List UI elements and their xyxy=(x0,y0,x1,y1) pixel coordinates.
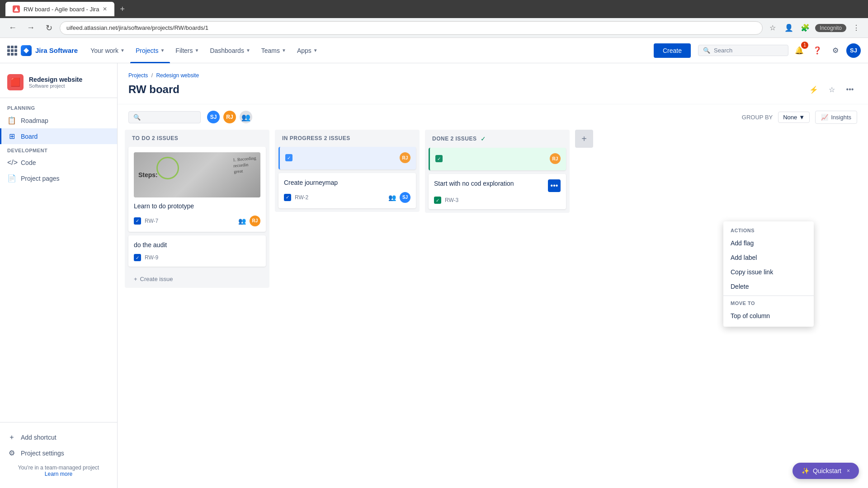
column-header-done: DONE 2 ISSUES ✓ xyxy=(425,130,570,148)
sidebar-item-add-shortcut[interactable]: + Add shortcut xyxy=(0,430,117,445)
card-image-rw7: Steps: 1. Recordingrecordingreat xyxy=(134,152,260,197)
team-notice-text: You're in a team-managed project xyxy=(18,465,99,471)
card-footer-rw9: ✓ RW-9 xyxy=(134,254,260,261)
breadcrumb-separator: / xyxy=(151,72,155,79)
teams-nav[interactable]: Teams ▼ xyxy=(256,38,292,63)
learn-more-link[interactable]: Learn more xyxy=(45,471,72,477)
profile-icon[interactable]: 👤 xyxy=(783,22,795,34)
jira-logo[interactable]: Jira Software xyxy=(7,45,78,56)
reload-btn[interactable]: ↻ xyxy=(42,21,56,35)
search-icon: 🔍 xyxy=(703,47,710,54)
team-notice: You're in a team-managed project Learn m… xyxy=(0,461,117,481)
column-todo: TO DO 2 ISSUES Steps: 1. Recordingrecord… xyxy=(125,130,269,288)
your-work-nav[interactable]: Your work ▼ xyxy=(85,38,130,63)
board-label: Board xyxy=(21,133,38,140)
sidebar-item-board[interactable]: ⊞ Board xyxy=(0,128,117,144)
create-issue-btn-todo[interactable]: + Create issue xyxy=(128,272,266,286)
more-nav-icon[interactable]: ⋮ xyxy=(850,22,863,34)
forward-btn[interactable]: → xyxy=(24,21,38,35)
browser-tab[interactable]: RW board - Agile board - Jira ✕ xyxy=(5,2,114,16)
column-body-todo: Steps: 1. Recordingrecordingreat Learn t… xyxy=(125,147,269,270)
roadmap-label: Roadmap xyxy=(21,117,48,124)
column-inprogress: IN PROGRESS 2 ISSUES ✓ RJ xyxy=(275,130,420,212)
card-rw2[interactable]: Create journeymap ✓ RW-2 👥 SJ xyxy=(278,173,416,208)
avatar-rj[interactable]: RJ xyxy=(222,110,237,124)
column-title-todo: TO DO 2 ISSUES xyxy=(132,135,178,141)
card-rw9[interactable]: do the audit ✓ RW-9 xyxy=(128,235,266,267)
top-of-column-item[interactable]: Top of column xyxy=(723,309,814,323)
board-toolbar: 🔍 SJ RJ 👥 GROUP BY None ▼ 📈 Insights xyxy=(118,104,868,130)
sidebar-item-project-pages[interactable]: 📄 Project pages xyxy=(0,170,117,186)
board-title: RW board xyxy=(128,83,179,96)
column-body-inprogress: ✓ RJ Create journeymap ✓ RW-2 xyxy=(275,147,420,212)
card-rw7[interactable]: Steps: 1. Recordingrecordingreat Learn t… xyxy=(128,147,266,232)
add-label-item[interactable]: Add label xyxy=(723,250,814,265)
apps-nav[interactable]: Apps ▼ xyxy=(292,38,323,63)
insights-btn[interactable]: 📈 Insights xyxy=(815,111,857,124)
add-column-btn[interactable]: + xyxy=(575,130,593,148)
group-select[interactable]: None ▼ xyxy=(778,112,810,123)
context-menu: ACTIONS Add flag Add label Copy issue li… xyxy=(723,221,814,327)
sidebar-bottom: + Add shortcut ⚙ Project settings You're… xyxy=(0,422,117,481)
insights-label: Insights xyxy=(831,114,851,121)
breadcrumb-projects[interactable]: Projects xyxy=(128,72,148,79)
help-btn[interactable]: ❓ xyxy=(810,43,825,58)
projects-nav[interactable]: Projects ▼ xyxy=(130,38,170,63)
development-section-label: DEVELOPMENT xyxy=(0,144,117,155)
search-box[interactable]: 🔍 Search xyxy=(698,45,788,56)
topnav-right: 🔍 Search 🔔 1 ❓ ⚙ SJ xyxy=(698,43,861,58)
bookmark-icon[interactable]: ☆ xyxy=(766,22,779,34)
card-rw3[interactable]: Start with no cod exploration ••• ✓ RW-3 xyxy=(429,174,566,209)
dashboards-nav[interactable]: Dashboards ▼ xyxy=(204,38,255,63)
card-done-top[interactable]: ✓ RJ xyxy=(429,148,566,170)
card-actions-rw2: 👥 xyxy=(388,194,396,201)
notifications-btn[interactable]: 🔔 1 xyxy=(792,43,807,58)
card-title-rw3: Start with no cod exploration xyxy=(434,179,514,188)
delete-item[interactable]: Delete xyxy=(723,279,814,294)
apps-grid-icon[interactable] xyxy=(7,46,17,56)
quickstart-sparkle-icon: ✨ xyxy=(802,467,809,474)
sidebar-item-code[interactable]: </> Code xyxy=(0,155,117,170)
tab-favicon xyxy=(13,5,20,13)
card-footer-ip-top: ✓ RJ xyxy=(285,152,410,163)
user-avatar[interactable]: SJ xyxy=(846,43,861,58)
card-more-btn-rw3[interactable]: ••• xyxy=(548,179,561,192)
new-tab-btn[interactable]: + xyxy=(120,5,125,14)
project-type: Software project xyxy=(29,83,82,89)
card-issue-rw2: RW-2 xyxy=(295,194,308,201)
column-title-done: DONE 2 ISSUES xyxy=(432,136,477,142)
board-title-actions: ⚡ ☆ ••• xyxy=(807,82,857,97)
address-bar[interactable]: uifeed.atlassian.net/jira/software/proje… xyxy=(60,21,763,35)
filters-nav[interactable]: Filters ▼ xyxy=(170,38,204,63)
pin-board-btn[interactable]: ⚡ xyxy=(807,82,821,97)
more-board-btn[interactable]: ••• xyxy=(843,82,857,97)
back-btn[interactable]: ← xyxy=(5,21,20,35)
ticket-icon-rw7: ✓ xyxy=(134,217,141,225)
quickstart-close-btn[interactable]: × xyxy=(847,468,850,474)
avatar-sj[interactable]: SJ xyxy=(206,110,221,124)
tab-close-btn[interactable]: ✕ xyxy=(103,6,107,12)
topnav: Jira Software Your work ▼ Projects ▼ Fil… xyxy=(0,38,868,63)
card-avatar-rw7: RJ xyxy=(250,216,260,226)
card-ip-top[interactable]: ✓ RJ xyxy=(278,147,416,169)
settings-sidebar-icon: ⚙ xyxy=(7,449,16,457)
topnav-nav: Your work ▼ Projects ▼ Filters ▼ Dashboa… xyxy=(85,38,650,63)
add-shortcut-label: Add shortcut xyxy=(21,434,57,441)
board-search[interactable]: 🔍 xyxy=(128,111,201,123)
breadcrumb-project[interactable]: Redesign website xyxy=(156,72,199,79)
quickstart-btn[interactable]: ✨ Quickstart × xyxy=(793,463,859,479)
card-actions-rw7: 👥 xyxy=(238,217,246,225)
card-issue-rw7: RW-7 xyxy=(145,218,158,224)
sidebar-item-project-settings[interactable]: ⚙ Project settings xyxy=(0,445,117,461)
card-title-rw7: Learn to do prototype xyxy=(134,202,260,211)
add-flag-item[interactable]: Add flag xyxy=(723,236,814,250)
column-header-inprogress: IN PROGRESS 2 ISSUES xyxy=(275,130,420,147)
add-member-btn[interactable]: 👥 xyxy=(239,110,253,124)
group-by-text: GROUP BY xyxy=(742,114,773,121)
copy-issue-link-item[interactable]: Copy issue link xyxy=(723,265,814,279)
extension-icon[interactable]: 🧩 xyxy=(799,22,811,34)
sidebar-item-roadmap[interactable]: 📋 Roadmap xyxy=(0,113,117,128)
star-board-btn[interactable]: ☆ xyxy=(825,82,839,97)
create-button[interactable]: Create xyxy=(654,43,691,58)
settings-btn[interactable]: ⚙ xyxy=(828,43,843,58)
